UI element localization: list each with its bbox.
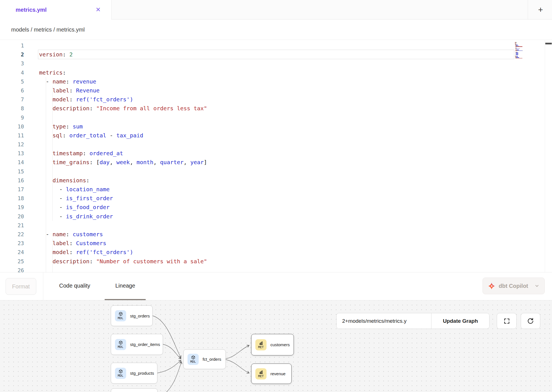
code-editor[interactable]: 1234567891011121314151617181920212223242… [0, 40, 552, 272]
code-line[interactable] [39, 266, 514, 272]
metric-badge-icon: MET [255, 339, 267, 350]
model-badge-icon: MDL [188, 354, 199, 365]
tab-metrics-yml[interactable]: metrics.yml ✕ [0, 0, 112, 20]
code-line[interactable]: model: ref('fct_orders') [39, 95, 514, 104]
update-graph-button[interactable]: Update Graph [431, 313, 489, 329]
line-number: 7 [0, 95, 24, 104]
line-number: 23 [0, 239, 24, 248]
code-line[interactable]: - name: revenue [39, 77, 514, 86]
indent-guide [52, 140, 53, 149]
indent-guide [46, 176, 46, 185]
node-label: fct_orders [203, 357, 221, 362]
line-number: 5 [0, 77, 24, 86]
refresh-button[interactable] [521, 313, 540, 329]
overview-ruler-divider [545, 40, 545, 272]
metric-badge-icon: MET [255, 368, 267, 379]
model-badge-icon: MDL [115, 310, 126, 321]
line-number: 10 [0, 122, 24, 131]
minimap[interactable] [515, 42, 531, 64]
code-line[interactable]: dimensions: [39, 176, 514, 185]
toolbar-divider [43, 273, 43, 300]
new-tab-button[interactable]: + [532, 0, 549, 20]
line-number: 12 [0, 140, 24, 149]
line-number: 19 [0, 203, 24, 212]
indent-guide [46, 212, 46, 221]
dbt-copilot-label: dbt Copilot [499, 283, 531, 289]
indent-guide [52, 131, 53, 140]
lineage-node-partial[interactable] [111, 388, 158, 392]
code-line[interactable]: metrics: [39, 68, 514, 77]
code-line[interactable]: description: "Income from all orders les… [39, 104, 514, 113]
line-number: 26 [0, 266, 24, 272]
code-line[interactable]: model: ref('fct_orders') [39, 248, 514, 257]
indent-guide [46, 194, 46, 203]
code-line[interactable]: - name: customers [39, 230, 514, 239]
code-line[interactable]: - is_drink_order [39, 212, 514, 221]
model-badge-icon: MDL [115, 368, 126, 379]
code-content[interactable]: version: 2metrics: - name: revenue label… [39, 41, 514, 272]
lineage-canvas[interactable]: MDLstg_ordersMDLstg_order_itemsMDLstg_pr… [0, 300, 552, 392]
code-line[interactable]: label: Revenue [39, 86, 514, 95]
line-number-gutter: 1234567891011121314151617181920212223242… [0, 41, 24, 272]
indent-guide [46, 221, 46, 230]
lineage-node-stg_orders[interactable]: MDLstg_orders [111, 305, 153, 326]
dbt-copilot-button[interactable]: dbt Copilot [483, 278, 545, 294]
indent-guide [52, 95, 53, 104]
node-label: stg_orders [130, 314, 150, 318]
indent-guide [52, 257, 53, 266]
line-number: 24 [0, 248, 24, 257]
lineage-node-stg_order_items[interactable]: MDLstg_order_items [111, 334, 163, 355]
lineage-node-customers[interactable]: METcustomers [251, 334, 294, 355]
indent-guide [52, 248, 53, 257]
tab-bar: metrics.yml ✕ + [0, 0, 552, 20]
tab-title: metrics.yml [16, 7, 47, 13]
code-line[interactable]: version: 2 [39, 50, 514, 59]
indent-guide [46, 239, 46, 248]
format-button[interactable]: Format [6, 278, 36, 295]
fullscreen-button[interactable] [497, 313, 517, 329]
indent-guide [46, 158, 46, 167]
code-line[interactable] [39, 140, 514, 149]
selector-group: Update Graph [336, 313, 489, 329]
code-line[interactable]: timestamp: ordered_at [39, 149, 514, 158]
indent-guide [52, 167, 53, 176]
code-line[interactable] [39, 221, 514, 230]
code-line[interactable] [39, 59, 514, 68]
code-line[interactable] [39, 113, 514, 122]
indent-guide [52, 266, 53, 272]
code-line[interactable]: - is_first_order [39, 194, 514, 203]
line-number: 15 [0, 167, 24, 176]
code-line[interactable]: - is_food_order [39, 203, 514, 212]
line-number: 17 [0, 185, 24, 194]
lineage-node-fct_orders[interactable]: MDLfct_orders [183, 349, 226, 369]
code-line[interactable] [39, 41, 514, 50]
lineage-controls: Update Graph [336, 313, 489, 329]
fullscreen-icon [503, 318, 510, 324]
close-tab-icon[interactable]: ✕ [96, 7, 101, 13]
edge-stg_order_items-to-fct_orders [163, 344, 181, 359]
indent-guide [46, 113, 46, 122]
indent-guide [46, 266, 46, 272]
code-line[interactable]: label: Customers [39, 239, 514, 248]
code-line[interactable]: type: sum [39, 122, 514, 131]
model-badge-icon: MDL [115, 339, 126, 350]
indent-guide [46, 203, 46, 212]
dbt-ide-window: metrics.yml ✕ + models / metrics / metri… [0, 0, 552, 392]
line-number: 25 [0, 257, 24, 266]
line-number: 9 [0, 113, 24, 122]
tab-lineage[interactable]: Lineage [105, 273, 146, 300]
indent-guide [46, 131, 46, 140]
code-line[interactable]: - location_name [39, 185, 514, 194]
code-line[interactable] [39, 167, 514, 176]
code-line[interactable]: time_grains: [day, week, month, quarter,… [39, 158, 514, 167]
bottom-toolbar: Format Code quality Lineage dbt Copilot [0, 272, 552, 300]
line-number: 16 [0, 176, 24, 185]
lineage-node-stg_products[interactable]: MDLstg_products [111, 363, 157, 384]
lineage-selector-input[interactable] [337, 313, 431, 329]
code-line[interactable]: description: "Number of customers with a… [39, 257, 514, 266]
line-number: 21 [0, 221, 24, 230]
tabbar-divider [528, 0, 528, 20]
code-line[interactable]: sql: order_total - tax_paid [39, 131, 514, 140]
lineage-node-revenue[interactable]: METrevenue [251, 364, 292, 384]
tab-code-quality[interactable]: Code quality [49, 273, 101, 300]
